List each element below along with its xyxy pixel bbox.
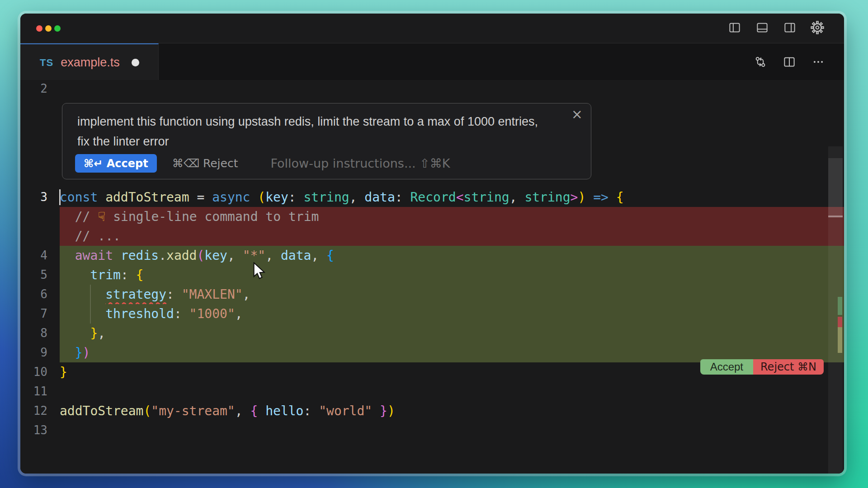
minimize-window-button[interactable] [45,25,52,32]
code-line-4: 4 await redis.xadd(key, "*", data, { [20,246,844,265]
scrollbar[interactable] [828,146,843,474]
code-line-11: 11 [20,382,844,401]
diff-reject-button[interactable]: Reject ⌘N [753,359,824,375]
inline-prompt-row: × implement this function using upstash … [20,99,844,188]
code-line-6: 6 strategy: "MAXLEN", [20,285,844,304]
followup-instructions-input[interactable]: Follow-up instructions... ⇧⌘K [271,156,450,170]
code-line-removed: // ☟ single-line command to trim [20,207,844,226]
code-editor[interactable]: 2 × implement this function using upstas… [20,80,844,474]
open-changes-icon[interactable] [753,54,768,70]
editor-window: TS example.ts [20,14,844,474]
overview-modified-marker [838,327,842,353]
tab-example-ts[interactable]: TS example.ts [20,43,159,81]
inline-prompt-widget: × implement this function using upstash … [62,103,591,179]
code-line-5: 5 trim: { [20,265,844,285]
unsaved-changes-dot-icon[interactable] [132,59,139,66]
code-line-12: 12addToStream("my-stream", { hello: "wor… [20,401,844,421]
code-line-removed: // ... [20,226,844,246]
tab-filename: example.ts [61,56,120,70]
zoom-window-button[interactable] [54,25,61,32]
toggle-left-sidebar-icon[interactable] [727,20,742,35]
code-line-8: 8 }, [20,324,844,343]
code-line-7: 7 threshold: "1000", [20,304,844,324]
more-actions-icon[interactable] [811,54,826,70]
traffic-lights [36,25,61,32]
settings-gear-icon[interactable] [810,20,825,35]
code-line-3: 3const addToStream = async (key: string,… [20,188,844,207]
tab-bar: TS example.ts [20,43,844,80]
diff-accept-button[interactable]: Accept [700,359,753,375]
close-icon[interactable]: × [571,106,583,122]
reject-button[interactable]: ⌘⌫ Reject [172,157,238,170]
mouse-cursor [252,262,268,280]
diff-action-buttons: Accept Reject ⌘N [700,359,824,375]
close-window-button[interactable] [36,25,42,32]
overview-removed-marker [838,317,842,327]
accept-button[interactable]: ⌘↵ Accept [75,154,157,173]
split-editor-icon[interactable] [782,54,797,70]
toggle-right-sidebar-icon[interactable] [782,20,797,35]
titlebar [20,14,844,43]
prompt-text: implement this function using upstash re… [77,112,547,151]
code-line-13: 13 [20,421,844,440]
scrollbar-slider[interactable] [828,158,843,216]
overview-added-marker [838,297,842,315]
toggle-bottom-panel-icon[interactable] [755,20,770,35]
code-line-2: 2 [20,79,844,99]
typescript-file-icon: TS [40,57,53,69]
